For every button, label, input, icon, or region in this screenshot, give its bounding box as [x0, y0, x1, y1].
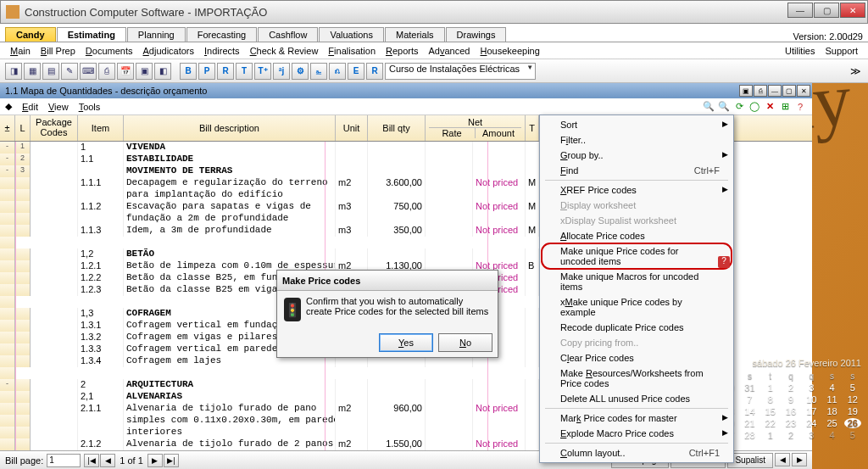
ctx-item[interactable]: Clear Price codes	[542, 350, 732, 366]
cal-day[interactable]: 19	[844, 406, 861, 416]
menu-main[interactable]: Main	[5, 44, 36, 58]
cal-day[interactable]: 23	[782, 418, 799, 428]
tool-p[interactable]: P	[198, 63, 215, 80]
tool-icon[interactable]: ▦	[24, 63, 41, 80]
doc-menu-view[interactable]: View	[43, 100, 74, 114]
yes-button[interactable]: Yes	[379, 333, 433, 352]
cal-day[interactable]: 15	[762, 406, 779, 416]
nav-last-button[interactable]: ▶|	[164, 454, 179, 467]
ctx-item[interactable]: XREF Price codes▶	[542, 182, 732, 198]
col-desc[interactable]: Bill description	[124, 115, 336, 141]
ctx-item[interactable]: FindCtrl+F	[542, 163, 732, 178]
cal-day[interactable]: 25	[823, 418, 840, 428]
excel-icon[interactable]: ⊞	[778, 100, 792, 114]
tool-icon[interactable]: ⚙	[292, 63, 309, 80]
cal-day[interactable]: 1	[762, 430, 779, 440]
cal-day[interactable]: 14	[741, 406, 758, 416]
col-gutter[interactable]: ±	[0, 115, 15, 141]
tab-cashflow[interactable]: Cashflow	[258, 27, 318, 42]
menu-utilities[interactable]: Utilities	[780, 44, 820, 58]
col-l[interactable]: L	[15, 115, 31, 141]
tool-icon[interactable]: ⎁	[310, 63, 327, 80]
cal-day[interactable]: 2	[782, 382, 799, 393]
cal-day[interactable]: 4	[823, 430, 840, 440]
doc-close-button[interactable]: ✕	[797, 85, 810, 97]
cal-day[interactable]: 3	[803, 430, 820, 440]
supalist-button[interactable]: Supalist	[727, 453, 773, 468]
tab-drawings[interactable]: Drawings	[446, 27, 507, 42]
menu-finalisation[interactable]: Finalisation	[323, 44, 381, 58]
tool-icon[interactable]: ◧	[154, 63, 171, 80]
calendar-icon[interactable]: 📅	[117, 63, 134, 80]
menu-check[interactable]: Check & Review	[245, 44, 324, 58]
cal-day[interactable]: 9	[782, 394, 799, 405]
col-package[interactable]: PackageCodes	[31, 115, 78, 141]
cal-day[interactable]: 16	[782, 406, 799, 416]
help-icon[interactable]: ?	[793, 100, 807, 114]
tab-candy[interactable]: Candy	[5, 27, 56, 42]
cal-day[interactable]: 5	[844, 430, 861, 440]
ctx-item[interactable]: Group by..▶	[542, 148, 732, 163]
close-button[interactable]: ✕	[840, 3, 865, 18]
ctx-item[interactable]: Make unique Price codes for uncoded item…	[542, 243, 732, 269]
col-qty[interactable]: Bill qty	[368, 115, 426, 141]
cal-day[interactable]: 10	[803, 394, 820, 405]
cal-day[interactable]: 7	[741, 394, 758, 405]
doc-tool-icon[interactable]: ▣	[739, 85, 753, 97]
tab-estimating[interactable]: Estimating	[57, 27, 126, 42]
cal-day[interactable]: 3	[803, 382, 820, 393]
menu-documents[interactable]: Documents	[81, 44, 138, 58]
cal-day[interactable]: 2	[782, 430, 799, 440]
menu-indirects[interactable]: Indirects	[199, 44, 245, 58]
toolbar-expand-icon[interactable]: ≫	[850, 65, 861, 77]
tool-b[interactable]: B	[180, 63, 197, 80]
cal-day[interactable]: 1	[762, 382, 779, 393]
zoom-out-icon[interactable]: 🔍	[702, 100, 715, 114]
tool-icon[interactable]: ◨	[5, 63, 22, 80]
accept-icon[interactable]: ◯	[748, 100, 761, 114]
doc-menu-edit[interactable]: Edit	[17, 100, 43, 114]
tool-r[interactable]: R	[217, 63, 234, 80]
nav-prev-button[interactable]: ◀	[100, 454, 115, 467]
menu-support[interactable]: Support	[820, 44, 863, 58]
ctx-item[interactable]: Delete ALL unused Price codes	[542, 391, 732, 406]
tab-materials[interactable]: Materials	[385, 27, 445, 42]
project-combo[interactable]: Curso de Instalações Eléctricas	[385, 63, 536, 80]
tool-r2[interactable]: R	[366, 63, 383, 80]
col-item[interactable]: Item	[78, 115, 124, 141]
maximize-button[interactable]: ▢	[814, 3, 839, 18]
cal-day[interactable]: 31	[741, 382, 758, 393]
tool-icon[interactable]: ▣	[136, 63, 153, 80]
ctx-item[interactable]: xMake unique Price codes by example	[542, 294, 732, 320]
tool-aj[interactable]: ªj	[273, 63, 290, 80]
cal-day[interactable]: 28	[741, 430, 758, 440]
zoom-in-icon[interactable]: 🔍	[717, 100, 731, 114]
tool-icon[interactable]: ▤	[42, 63, 59, 80]
cal-day[interactable]: 22	[762, 418, 779, 428]
cal-day[interactable]: 18	[823, 406, 840, 416]
doc-menu-tools[interactable]: Tools	[74, 100, 106, 114]
menu-advanced[interactable]: Advanced	[424, 44, 476, 58]
tab-valuations[interactable]: Valuations	[319, 27, 384, 42]
tool-icon[interactable]: ⎌	[329, 63, 346, 80]
cal-day[interactable]: 26	[844, 418, 861, 428]
doc-tool-icon[interactable]: ⎙	[754, 85, 767, 97]
tool-icon[interactable]: ⌨	[80, 63, 97, 80]
ctx-item[interactable]: Make Resources/Worksheets from Price cod…	[542, 366, 732, 391]
refresh-icon[interactable]: ⟳	[732, 100, 746, 114]
cal-day[interactable]: 17	[803, 406, 820, 416]
ctx-item[interactable]: Filter..	[542, 132, 732, 148]
tool-tt[interactable]: T⁺	[254, 63, 271, 80]
tool-t[interactable]: T	[236, 63, 253, 80]
doc-icon[interactable]: ◆	[5, 101, 12, 112]
tool-e[interactable]: E	[348, 63, 364, 80]
cal-day[interactable]: 11	[823, 394, 840, 405]
col-t[interactable]: T	[526, 115, 539, 141]
menu-adjudicators[interactable]: Adjudicators	[137, 44, 199, 58]
col-net[interactable]: Net RateAmount	[426, 115, 526, 141]
ctx-item[interactable]: Explode Macro Price codes▶	[542, 426, 732, 441]
menu-housekeeping[interactable]: Housekeeping	[475, 44, 544, 58]
ctx-item[interactable]: Column layout..Ctrl+F1	[542, 445, 732, 461]
nav-next-button[interactable]: ▶	[147, 454, 163, 467]
cal-day[interactable]: 5	[844, 382, 861, 393]
